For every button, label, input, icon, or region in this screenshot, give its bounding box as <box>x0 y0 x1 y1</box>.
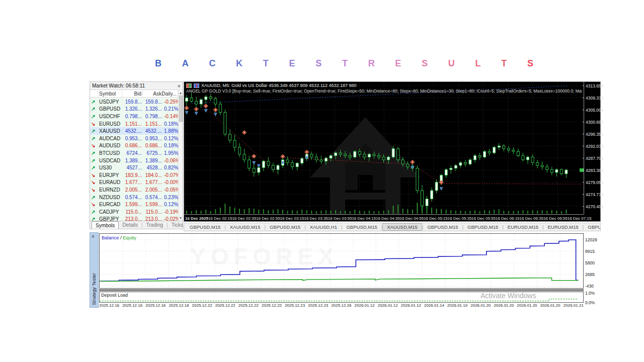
table-row-GBPUSD[interactable]: ↗GBPUSD1.326...1.326...0.21% <box>90 106 178 113</box>
daily-change-cell: 0.82% <box>163 165 178 170</box>
strategy-tester-sidebar[interactable]: × Strategy Tester <box>90 232 99 308</box>
table-row-EURUSD[interactable]: ↘EURUSD1.151...1.151...0.18% <box>90 120 178 128</box>
table-row-EURAUD[interactable]: ↘EURAUD1.677...1.677...-0.00% <box>90 179 178 187</box>
tester-y-label: -430 <box>585 284 594 289</box>
table-row-AUDCAD[interactable]: ↗AUDCAD0.953...0.953...0.12% <box>90 135 178 142</box>
down-arrow-icon: ↘ <box>90 172 98 178</box>
up-arrow-icon: ↗ <box>90 106 98 112</box>
legend-equity: Equity <box>123 235 136 240</box>
symbol-cell: US30 <box>98 165 122 170</box>
time-label: 16 Dec 2025 <box>185 216 208 221</box>
bid-cell: 1.599... <box>122 202 143 207</box>
daily-change-cell: -0.00% <box>163 179 178 185</box>
legend-balance: Balance <box>102 235 119 240</box>
bid-cell: 1.389... <box>122 158 143 163</box>
table-row-BTCUSD[interactable]: ↗BTCUSD6724...6725...1.95% <box>90 149 178 157</box>
chart-tab-GBPUSD-M15[interactable]: GBPUSD,M15 <box>342 223 381 231</box>
daily-change-cell: -0.07% <box>163 172 178 178</box>
column-header-icon[interactable] <box>90 90 98 97</box>
date-label: 2025.12.22 <box>215 303 235 308</box>
market-watch-tabs: SymbolsDetails|Trading|Ticks <box>90 221 183 229</box>
symbol-cell: AUDUSD <box>98 143 122 148</box>
chart-tab-GBPUSD-M15[interactable]: GBPUSD,M15 <box>186 223 224 231</box>
scroll-down-icon[interactable]: ▼ <box>179 216 183 221</box>
chart-tab-GBPUSD-M15[interactable]: GBPUSD,M15 <box>266 223 304 231</box>
chart-tab-GBPUSD-M15[interactable]: GBPUSD,M15 <box>463 223 502 231</box>
chart-tab-GBPUSD-M15[interactable]: GBPUSD,M15 <box>584 223 601 231</box>
up-arrow-icon: ↗ <box>90 195 98 200</box>
table-row-XAUUSD[interactable]: ↗XAUUSD4532....4532....1.88% <box>90 127 178 135</box>
table-row-GBPJPY[interactable]: ↗GBPJPY213.0...213.0...-0.02% <box>90 216 178 221</box>
ask-cell: 213.0... <box>143 216 163 221</box>
date-label: 2025.12.26 <box>331 303 351 308</box>
candlestick-chart[interactable] <box>184 82 584 214</box>
close-icon[interactable]: × <box>92 234 95 239</box>
bid-cell: 4527... <box>122 165 143 170</box>
scroll-up-icon[interactable]: ▲ <box>179 90 183 96</box>
chart-tab-EURUSD-M15[interactable]: EURUSD,M15 <box>504 223 542 231</box>
table-row-EURCAD[interactable]: ↘EURCAD1.599...1.599...0.12% <box>90 201 178 208</box>
column-header-Ask[interactable]: Ask <box>143 90 163 97</box>
panel-splitter[interactable] <box>99 289 584 291</box>
chart-tab-GBPUSD-M15[interactable]: GBPUSD,M15 <box>423 223 462 231</box>
up-arrow-icon: ↗ <box>90 136 98 141</box>
time-label: 16 Dec 03:35 <box>304 216 328 221</box>
column-header-Bid[interactable]: Bid <box>122 90 143 97</box>
table-row-USDCHF[interactable]: ↗USDCHF0.798...0.798...-0.14% <box>90 113 178 120</box>
chart-tab-XAUUSD-H1[interactable]: XAUUSD,H1 <box>306 223 341 231</box>
table-row-EURNZD[interactable]: ↘EURNZD2.005...2.005...-0.05% <box>90 186 178 194</box>
tester-date-axis: 2025.12.162025.12.162025.12.162025.12.18… <box>99 303 584 308</box>
date-label: 2026.01.20 <box>540 303 560 308</box>
chart-tab-bar: GBPUSD,M15|XAUUSD,M15|GBPUSD,M15|XAUUSD,… <box>184 223 601 231</box>
column-header-Symbol[interactable]: Symbol <box>98 90 122 97</box>
table-row-US30[interactable]: ↗US304527...4528...0.82% <box>90 164 178 171</box>
ask-cell: 4528... <box>143 165 163 170</box>
daily-change-cell: -0.25% <box>163 99 178 105</box>
scrollbar-thumb[interactable] <box>179 96 183 122</box>
tester-y-label: 12029 <box>585 237 597 242</box>
chart-grid-icon <box>186 83 192 88</box>
daily-change-cell: -0.02% <box>163 216 178 221</box>
date-label: 2026.01.12 <box>378 303 398 308</box>
symbol-cell: EURAUD <box>98 179 122 185</box>
title-letter: L <box>475 58 481 69</box>
daily-change-cell: 1.95% <box>163 150 178 156</box>
table-row-CADJPY[interactable]: ↗CADJPY115.0...115.0...-0.19% <box>90 208 178 216</box>
market-watch-header: Market Watch: 06:58:11 × <box>90 82 183 90</box>
down-arrow-icon: ↘ <box>90 187 98 193</box>
table-row-EURJPY[interactable]: ↘EURJPY183.9...184.0...-0.07% <box>90 171 178 179</box>
chart-tab-EURUSD-M15[interactable]: EURUSD,M15 <box>544 223 583 231</box>
down-arrow-icon: ↘ <box>90 202 98 207</box>
tab-details[interactable]: Details <box>119 221 141 229</box>
close-icon[interactable]: × <box>178 83 181 88</box>
ea-parameters-line: ANGEL GP GOLD V3.0 [Buy=true; Sell=true;… <box>186 88 582 94</box>
tab-trading[interactable]: Trading <box>143 221 167 229</box>
market-watch-scrollbar[interactable]: ▲ ▼ <box>178 90 183 221</box>
up-arrow-icon: ↗ <box>90 158 98 163</box>
daily-change-cell: -0.19% <box>163 209 178 215</box>
time-label: 16 Dec 06:15 <box>496 216 520 221</box>
table-row-NZDUSD[interactable]: ↗NZDUSD0.574...0.574...0.23% <box>90 194 178 201</box>
up-arrow-icon: ↗ <box>90 150 98 156</box>
market-watch-panel: Market Watch: 06:58:11 × SymbolBidAskDai… <box>90 81 183 229</box>
table-row-USDCAD[interactable]: ↗USDCAD1.389...1.389...-0.06% <box>90 157 178 164</box>
price-axis: 4313.6554309.3304305.0054300.6804296.355… <box>584 82 600 214</box>
table-row-USDJPY[interactable]: ↗USDJPY159.8...159.8...-0.25% <box>90 98 178 106</box>
daily-change-cell: 0.23% <box>163 195 178 200</box>
bid-cell: 159.8... <box>122 99 143 105</box>
ask-cell: 1.599... <box>143 202 163 207</box>
ask-cell: 4532.... <box>143 128 163 134</box>
time-label: 16 Dec 05:35 <box>448 216 472 221</box>
chart-tab-XAUUSD-M15[interactable]: XAUUSD,M15 <box>226 223 265 231</box>
table-row-AUDUSD[interactable]: ↘AUDUSD0.686...0.686...0.18% <box>90 142 178 150</box>
date-label: 2026.01.20 <box>494 303 514 308</box>
balance-equity-plot[interactable]: Balance / Equity YOFOREX <box>99 233 584 289</box>
date-label: 2025.12.16 <box>122 303 142 308</box>
column-header-Daily...[interactable]: Daily... <box>163 90 178 97</box>
date-label: 2025.12.22 <box>192 303 212 308</box>
time-label: 16 Dec 06:55 <box>543 216 568 221</box>
time-label: 16 Dec 03:15 <box>280 216 304 221</box>
chart-tab-XAUUSD-M15[interactable]: XAUUSD,M15 <box>382 223 422 231</box>
tab-symbols[interactable]: Symbols <box>92 221 119 229</box>
tester-y-label: 2685 <box>585 272 595 277</box>
